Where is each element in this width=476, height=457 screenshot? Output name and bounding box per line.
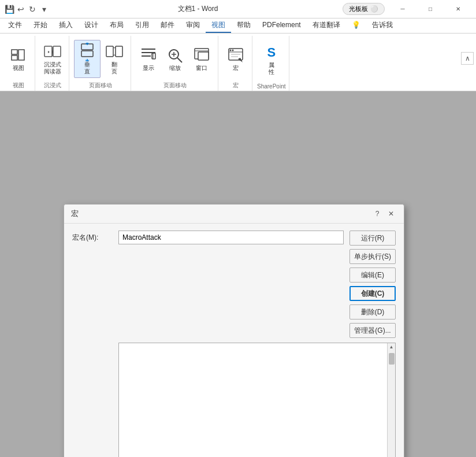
sharepoint-icon: S (262, 43, 281, 62)
undo-icon[interactable]: ↩ (16, 5, 25, 14)
tab-view[interactable]: 视图 (206, 18, 231, 33)
ribbon-group-page-move: 垂直 翻页 页面移动 (70, 36, 131, 91)
macro-listbox[interactable]: ▲ ▼ (118, 343, 396, 457)
view-icon (9, 46, 28, 65)
scrollbar-up-arrow[interactable]: ▲ (388, 343, 395, 351)
ribbon-group-page-move-label: 页面移动 (89, 81, 112, 91)
dialog-help-button[interactable]: ? (371, 208, 383, 220)
flip-page-button[interactable]: 翻页 (102, 40, 127, 77)
ribbon-tabs: 文件 开始 插入 设计 布局 引用 邮件 审阅 视图 帮助 PDFelement… (0, 18, 476, 34)
tab-youdao[interactable]: 有道翻译 (307, 18, 346, 33)
close-button[interactable]: ✕ (445, 0, 471, 18)
minimize-button[interactable]: ─ (389, 0, 416, 18)
dialog-title: 宏 (71, 209, 79, 219)
vertical-scroll-icon (78, 43, 96, 61)
ribbon-group-immersive: 沉浸式阅读器 沉浸式 (36, 36, 69, 91)
macro-button[interactable]: 宏 (223, 44, 248, 74)
window-button[interactable]: 窗口 (189, 44, 214, 74)
zoom-icon (166, 46, 184, 65)
window-title: 文档1 - Word (53, 4, 343, 14)
guangban-label: 光板板 (349, 5, 368, 13)
ribbon-group-macro-label: 宏 (233, 81, 239, 91)
immersive-reader-icon (43, 43, 62, 61)
delete-button[interactable]: 删除(D) (349, 304, 396, 319)
vertical-scroll-label: 垂直 (84, 61, 90, 75)
title-bar-icons: 💾 ↩ ↻ ▾ (5, 5, 49, 14)
save-icon[interactable]: 💾 (5, 5, 14, 14)
customize-icon[interactable]: ▾ (39, 5, 49, 14)
view-label: 视图 (13, 65, 24, 72)
document-area: 宏 ? ✕ 宏名(M): 运行(R) 单步执行(S) 编辑(E) (0, 91, 476, 457)
tab-tellme[interactable]: 告诉我 (366, 18, 399, 33)
dialog-header-buttons: ? ✕ (371, 208, 397, 220)
word-window: 💾 ↩ ↻ ▾ 文档1 - Word 光板板 ⚪ ─ □ ✕ 文件 开始 插入 … (0, 0, 476, 457)
scrollbar-thumb[interactable] (389, 353, 395, 365)
ribbon-collapse-button[interactable]: ∧ (461, 52, 474, 65)
zoom-label: 缩放 (169, 65, 181, 72)
show-icon (139, 46, 158, 65)
macro-name-input[interactable] (118, 231, 344, 244)
ribbon-group-show-zoom-items: 显示 缩放 (136, 36, 214, 81)
svg-point-26 (232, 49, 234, 51)
edit-button[interactable]: 编辑(E) (349, 267, 396, 283)
create-button[interactable]: 创建(C) (349, 286, 396, 301)
tab-layout[interactable]: 布局 (104, 18, 129, 33)
sharepoint-label: 属性 (269, 62, 274, 76)
ribbon-group-immersive-label: 沉浸式 (44, 81, 61, 91)
svg-rect-6 (81, 51, 93, 57)
guangban-button[interactable]: 光板板 ⚪ (343, 3, 385, 15)
sharepoint-button[interactable]: S 属性 (259, 41, 284, 78)
view-button[interactable]: 视图 (6, 44, 31, 74)
tab-help[interactable]: 帮助 (231, 18, 256, 33)
tab-mail[interactable]: 邮件 (155, 18, 180, 33)
maximize-button[interactable]: □ (417, 0, 444, 18)
redo-icon[interactable]: ↻ (28, 5, 37, 14)
dialog-close-button[interactable]: ✕ (385, 208, 397, 220)
tab-light-icon[interactable]: 💡 (346, 18, 366, 33)
svg-point-25 (230, 49, 232, 51)
dialog-title-bar: 宏 ? ✕ (64, 205, 404, 224)
ribbon-group-view: 视图 视图 (2, 36, 35, 91)
macro-listbox-scrollbar: ▲ ▼ (387, 343, 395, 457)
ribbon-group-macro-items: 宏 (223, 36, 248, 81)
step-button[interactable]: 单步执行(S) (349, 249, 396, 264)
ribbon-group-show-zoom: 显示 缩放 (132, 36, 218, 91)
scrollbar-down-arrow[interactable]: ▼ (388, 455, 395, 457)
svg-rect-2 (18, 50, 24, 60)
run-button[interactable]: 运行(R) (349, 231, 396, 246)
zoom-button[interactable]: 缩放 (162, 44, 188, 74)
title-bar: 💾 ↩ ↻ ▾ 文档1 - Word 光板板 ⚪ ─ □ ✕ (0, 0, 476, 18)
ribbon-group-sharepoint: S 属性 SharePoint (254, 36, 289, 91)
tab-references[interactable]: 引用 (129, 18, 155, 33)
macro-list-row: ▲ ▼ (72, 343, 396, 457)
ribbon-group-view-items: 视图 (6, 36, 31, 81)
tab-insert[interactable]: 插入 (53, 18, 79, 33)
tab-pdfelement[interactable]: PDFelement (256, 18, 307, 33)
tab-review[interactable]: 审阅 (180, 18, 206, 33)
window-icon (192, 46, 211, 65)
ribbon-group-macro: 宏 宏 (220, 36, 252, 91)
window-control-buttons: ─ □ ✕ (389, 0, 471, 18)
flip-page-label: 翻页 (111, 61, 117, 75)
show-label: 显示 (143, 65, 154, 72)
ribbon-group-show-zoom-label: 页面移动 (163, 81, 187, 91)
svg-rect-1 (12, 55, 17, 60)
tab-design[interactable]: 设计 (79, 18, 104, 33)
tab-file[interactable]: 文件 (2, 18, 28, 33)
ribbon-group-sharepoint-items: S 属性 (259, 36, 284, 83)
svg-line-17 (177, 58, 182, 62)
dialog-body: 宏名(M): 运行(R) 单步执行(S) 编辑(E) 创建(C) 删除(D) 管… (64, 224, 404, 457)
manage-button[interactable]: 管理器(G)... (349, 323, 396, 338)
immersive-reader-button[interactable]: 沉浸式阅读器 (40, 40, 65, 77)
vertical-scroll-button[interactable]: 垂直 (74, 40, 101, 78)
ribbon-content: 视图 视图 沉浸式阅读器 (0, 34, 476, 91)
svg-rect-10 (116, 46, 122, 57)
immersive-reader-label: 沉浸式阅读器 (44, 61, 61, 75)
tab-home[interactable]: 开始 (28, 18, 53, 33)
macro-name-label: 宏名(M): (72, 231, 118, 243)
svg-rect-14 (152, 53, 155, 59)
flip-page-icon (105, 43, 124, 61)
svg-rect-11 (142, 49, 155, 50)
show-button[interactable]: 显示 (136, 44, 161, 74)
svg-rect-9 (106, 46, 113, 57)
